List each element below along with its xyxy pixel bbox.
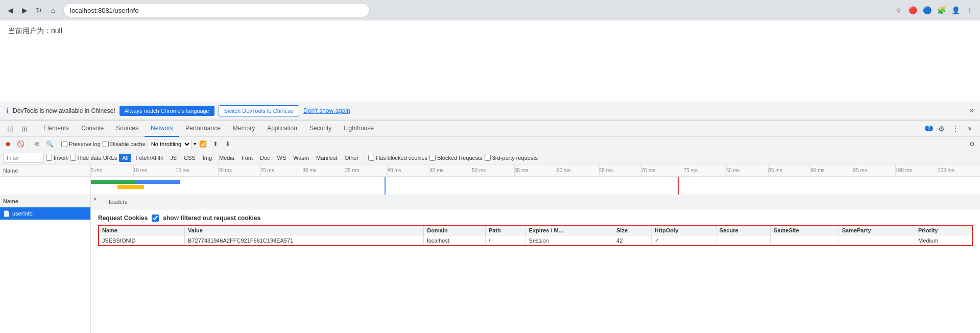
preserve-log-label[interactable]: Preserve log — [61, 141, 101, 147]
timeline-header: Name 5 ms10 ms15 ms20 ms25 ms30 ms35 ms4… — [0, 164, 980, 177]
forward-button[interactable]: ▶ — [18, 4, 31, 16]
third-party-label[interactable]: 3rd-party requests — [485, 155, 538, 161]
profile-button[interactable]: 👤 — [949, 4, 962, 16]
marker-red — [678, 177, 679, 195]
console-drawer-button[interactable]: ⊞ — [18, 123, 31, 135]
invert-label[interactable]: Invert — [46, 155, 68, 161]
back-button[interactable]: ◀ — [4, 4, 16, 16]
request-list-item[interactable]: 📄userInfo — [0, 207, 90, 220]
devtools-tab-application[interactable]: Application — [261, 121, 303, 137]
refresh-button[interactable]: ↻ — [33, 4, 45, 16]
timeline-tick-5: 30 ms — [303, 164, 317, 176]
blocked-requests-label[interactable]: Blocked Requests — [429, 155, 483, 161]
filter-type-ws[interactable]: WS — [274, 154, 290, 162]
filter-type-css[interactable]: CSS — [181, 154, 199, 162]
preserve-log-checkbox[interactable] — [61, 141, 67, 147]
cookies-col-header-9: SameParty — [839, 225, 915, 235]
star-button[interactable]: ☆ — [892, 4, 904, 16]
separator — [29, 140, 29, 148]
detail-tabs: × HeadersPreviewResponseInitiatorTimingC… — [91, 195, 980, 209]
filter-input[interactable] — [3, 153, 44, 163]
main-content: Name 📄userInfo × HeadersPreviewResponseI… — [0, 195, 980, 333]
cookies-col-header-0: Name — [99, 225, 185, 235]
devtools-close-button[interactable]: × — [964, 123, 976, 135]
cookies-content: Request Cookies show filtered out reques… — [91, 209, 980, 333]
detail-panel: × HeadersPreviewResponseInitiatorTimingC… — [91, 195, 980, 333]
cookies-col-header-4: Expires / M... — [525, 225, 613, 235]
notification-close-icon[interactable]: × — [969, 106, 974, 115]
home-button[interactable]: ⌂ — [47, 4, 59, 16]
import-button[interactable]: ⬆ — [210, 139, 221, 149]
request-items: 📄userInfo — [0, 207, 90, 220]
detail-tab-headers[interactable]: Headers — [101, 195, 137, 209]
cookies-cell-9 — [839, 235, 915, 246]
hide-data-urls-checkbox[interactable] — [70, 155, 76, 161]
filter-type-fetch_xhr[interactable]: Fetch/XHR — [132, 154, 166, 162]
cookies-col-header-6: HttpOnly — [651, 225, 716, 235]
has-blocked-cookies-checkbox[interactable] — [368, 155, 374, 161]
browser-chrome: ◀ ▶ ↻ ⌂ localhost:8081/userInfo ☆ 🔴 🔵 🧩 … — [0, 0, 980, 20]
devtools-tab-memory[interactable]: Memory — [227, 121, 261, 137]
page-text: 当前用户为：null — [8, 27, 972, 36]
cookies-cell-1: B7277431946A2FFC921F661C198EA571 — [185, 235, 424, 246]
cookies-cell-0: JSESSIONID — [99, 235, 185, 246]
search-button[interactable]: 🔍 — [44, 139, 55, 149]
match-language-button[interactable]: Always match Chrome's language — [119, 106, 214, 116]
cookies-tbody: JSESSIONIDB7277431946A2FFC921F661C198EA5… — [99, 235, 972, 246]
devtools-tab-security[interactable]: Security — [303, 121, 338, 137]
devtools-settings-button[interactable]: ⚙ — [935, 123, 947, 135]
request-list-header: Name — [0, 195, 90, 207]
show-filtered-checkbox[interactable] — [152, 215, 159, 222]
throttling-select[interactable]: No throttling — [148, 139, 192, 149]
disable-cache-label[interactable]: Disable cache — [103, 141, 146, 147]
online-icon[interactable]: 📶 — [198, 139, 208, 149]
record-button[interactable]: ⏺ — [3, 139, 13, 149]
devtools-tab-performance[interactable]: Performance — [179, 121, 227, 137]
invert-checkbox[interactable] — [46, 155, 52, 161]
clear-button[interactable]: 🚫 — [15, 139, 26, 149]
devtools-tab-sources[interactable]: Sources — [110, 121, 145, 137]
cookies-cell-10: Medium — [915, 235, 972, 246]
has-blocked-cookies-label[interactable]: Has blocked cookies — [368, 155, 427, 161]
devtools-tab-network[interactable]: Network — [145, 121, 179, 137]
timeline-tick-16: 85 ms — [768, 164, 782, 176]
filter-type-font[interactable]: Font — [238, 154, 256, 162]
devtools-tab-lighthouse[interactable]: Lighthouse — [338, 121, 380, 137]
filter-type-js[interactable]: JS — [167, 154, 180, 162]
filter-type-img[interactable]: Img — [200, 154, 215, 162]
third-party-checkbox[interactable] — [485, 155, 491, 161]
dont-show-again-link[interactable]: Don't show again — [303, 107, 350, 114]
switch-devtools-button[interactable]: Switch DevTools to Chinese — [219, 105, 299, 116]
filter-type-manifest[interactable]: Manifest — [313, 154, 341, 162]
filter-type-doc[interactable]: Doc — [257, 154, 273, 162]
close-detail-button[interactable]: × — [91, 195, 99, 203]
devtools-more-button[interactable]: ⋮ — [949, 123, 962, 135]
blocked-requests-checkbox[interactable] — [429, 155, 436, 161]
devtools-tab-console[interactable]: Console — [75, 121, 110, 137]
export-button[interactable]: ⬇ — [223, 139, 233, 149]
marker-blue — [385, 177, 386, 195]
ext-button2[interactable]: 🔵 — [921, 4, 933, 16]
network-settings-button[interactable]: ⚙ — [967, 139, 977, 149]
cookies-col-header-3: Path — [485, 225, 525, 235]
timeline-name-col: Name — [0, 164, 91, 176]
timeline-bar-area — [0, 177, 980, 195]
ext-button3[interactable]: 🧩 — [935, 4, 947, 16]
filter-type-all[interactable]: All — [119, 154, 131, 162]
devtools-tabs: ElementsConsoleSourcesNetworkPerformance… — [37, 121, 923, 137]
throttle-dropdown-arrow[interactable]: ▾ — [194, 141, 196, 147]
nav-buttons: ◀ ▶ ↻ ⌂ — [4, 4, 59, 16]
filter-button[interactable]: ⊜ — [32, 139, 42, 149]
ext-button1[interactable]: 🔴 — [906, 4, 919, 16]
devtools-tab-elements[interactable]: Elements — [37, 121, 75, 137]
address-bar[interactable]: localhost:8081/userInfo — [63, 3, 370, 17]
filter-type-media[interactable]: Media — [216, 154, 237, 162]
separator — [58, 140, 58, 148]
filter-type-other[interactable]: Other — [342, 154, 362, 162]
disable-cache-checkbox[interactable] — [103, 141, 109, 147]
filter-type-wasm[interactable]: Wasm — [290, 154, 312, 162]
dock-button[interactable]: ⊡ — [4, 123, 16, 135]
menu-button[interactable]: ⋮ — [964, 4, 976, 16]
cookies-table-row: JSESSIONIDB7277431946A2FFC921F661C198EA5… — [99, 235, 972, 246]
hide-data-urls-label[interactable]: Hide data URLs — [70, 155, 117, 161]
